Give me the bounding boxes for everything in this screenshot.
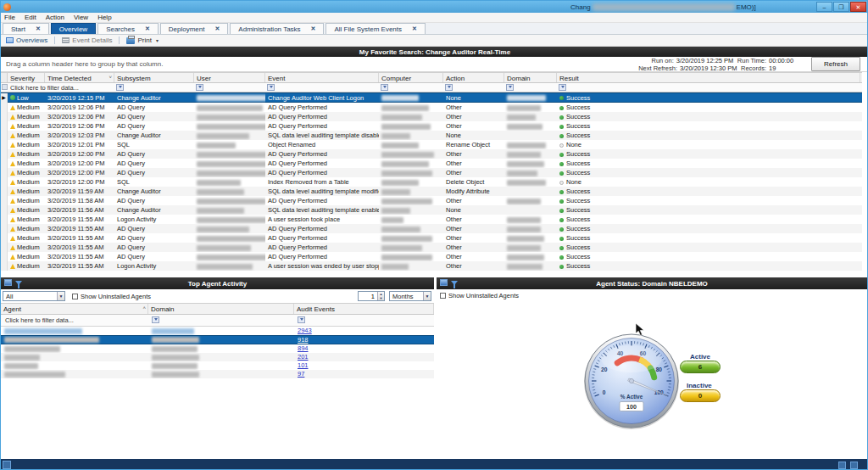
panel-filter-icon[interactable] [15, 281, 22, 285]
event-row[interactable]: Medium3/20/2019 12:00 PMAD QueryAD Query… [1, 149, 862, 159]
filter-funnel-icon[interactable] [152, 316, 159, 323]
event-row[interactable]: Medium3/20/2019 11:55 AMAD QueryAD Query… [1, 233, 862, 243]
event-row[interactable]: Medium3/20/2019 11:55 AMLogon ActivityA … [1, 215, 862, 224]
tab-searches[interactable]: Searches✕ [97, 23, 159, 34]
filter-funnel-icon[interactable] [298, 316, 305, 323]
tab-deployment[interactable]: Deployment✕ [160, 23, 229, 34]
print-dropdown-caret[interactable]: ▾ [156, 37, 159, 43]
event-row[interactable]: Medium3/20/2019 11:55 AMLogon ActivityA … [1, 261, 862, 271]
event-row[interactable]: Medium3/20/2019 12:00 PMSQLIndex Removed… [1, 177, 862, 187]
event-row[interactable]: Medium3/20/2019 12:01 PMSQLObject Rename… [1, 140, 862, 149]
filter-funnel-icon[interactable] [445, 84, 453, 91]
taskbar-tray-icon[interactable] [850, 462, 858, 469]
event-row[interactable]: Medium3/20/2019 12:06 PMAD QueryAD Query… [1, 103, 862, 112]
print-button[interactable]: Print ▾ [126, 36, 158, 44]
agent-row[interactable]: 918 [1, 335, 434, 344]
event-row[interactable]: Medium3/20/2019 12:00 PMAD QueryAD Query… [1, 168, 862, 177]
event-row[interactable]: Medium3/20/2019 11:58 AMAD QueryAD Query… [1, 196, 862, 205]
menu-help[interactable]: Help [97, 14, 111, 21]
tab-administration-tasks[interactable]: Administration Tasks✕ [230, 23, 324, 34]
filter-funnel-icon[interactable] [381, 84, 388, 91]
event-row[interactable]: Medium3/20/2019 11:55 AMAD QueryAD Query… [1, 224, 862, 233]
menu-action[interactable]: Action [46, 14, 64, 21]
row-indicator [1, 112, 8, 121]
panel-window-icon[interactable] [4, 279, 12, 286]
tab-all-file-system-events[interactable]: All File System Events✕ [326, 23, 425, 34]
show-uninstalled-checkbox[interactable] [72, 294, 78, 299]
agent-row[interactable]: 2943 [1, 327, 434, 335]
panel-filter-icon[interactable] [451, 281, 458, 285]
event-row[interactable]: Medium3/20/2019 11:56 AMChange AuditorSQ… [1, 205, 862, 215]
event-row[interactable]: Medium3/20/2019 12:06 PMAD QueryAD Query… [1, 112, 862, 121]
agent-column-header-agent[interactable]: Agent˄ [1, 304, 148, 314]
event-row[interactable]: Medium3/20/2019 11:55 AMAD QueryAD Query… [1, 252, 862, 261]
agent-domain-cell [148, 336, 294, 344]
close-button[interactable]: ✕ [850, 2, 866, 12]
column-header-action[interactable]: Action [443, 73, 504, 82]
event-row[interactable]: ▶Low3/20/2019 12:15 PMChange AuditorChan… [1, 92, 862, 103]
filter-funnel-icon[interactable] [267, 84, 275, 91]
filter-funnel-icon[interactable] [116, 84, 124, 91]
minimize-button[interactable]: – [816, 2, 832, 12]
agent-row[interactable]: 201 [1, 353, 434, 361]
agent-row[interactable]: 97 [1, 370, 434, 378]
audit-events-link[interactable]: 2943 [298, 327, 312, 334]
column-header-time-detected[interactable]: Time Detected˅ [45, 73, 114, 82]
menu-file[interactable]: File [4, 14, 15, 21]
tab-close-icon[interactable]: ✕ [36, 25, 41, 32]
tab-start[interactable]: Start✕ [3, 23, 49, 34]
audit-events-link[interactable]: 101 [298, 361, 309, 369]
agent-column-header-domain[interactable]: Domain [148, 304, 294, 314]
column-header-subsystem[interactable]: Subsystem [114, 73, 194, 82]
severity-medium-icon [10, 264, 15, 269]
event-row[interactable]: Medium3/20/2019 12:06 PMAD QueryAD Query… [1, 121, 862, 131]
tab-close-icon[interactable]: ✕ [145, 25, 150, 32]
column-header-computer[interactable]: Computer [379, 73, 443, 82]
agent-row[interactable]: 894 [1, 344, 434, 353]
column-header-result[interactable]: Result [557, 73, 860, 82]
event-row[interactable]: Medium3/20/2019 12:03 PMChange AuditorSQ… [1, 131, 862, 140]
audit-events-link[interactable]: 918 [298, 336, 309, 344]
severity-cell: Medium [8, 149, 45, 159]
taskbar-start-button[interactable] [3, 461, 11, 469]
event-row[interactable]: Medium3/20/2019 12:00 PMAD QueryAD Query… [1, 159, 862, 168]
success-icon [559, 265, 564, 269]
filter-funnel-icon[interactable] [506, 84, 514, 91]
period-unit-dropdown[interactable]: Months▼ [389, 291, 431, 301]
refresh-button[interactable]: Refresh [811, 57, 860, 71]
menu-view[interactable]: View [74, 14, 88, 21]
period-spinner[interactable]: 1▲▼ [358, 291, 385, 301]
agent-row[interactable]: 101 [1, 361, 434, 370]
sort-desc-icon: ˅ [108, 75, 112, 80]
agent-column-header-audit-events[interactable]: Audit Events [294, 304, 434, 314]
panel-window-icon[interactable] [440, 279, 448, 286]
agent-scope-dropdown[interactable]: All▼ [3, 291, 65, 301]
status-uninstalled-checkbox[interactable] [440, 293, 446, 299]
taskbar-tray-icon[interactable] [838, 462, 846, 469]
agent-filter-row[interactable]: Click here to filter data... [1, 315, 434, 327]
filter-hint[interactable]: Click here to filter data... [10, 84, 79, 92]
events-filter-row[interactable]: Click here to filter data... [1, 83, 862, 92]
inactive-label: Inactive [687, 382, 712, 389]
tab-overview[interactable]: Overview [51, 23, 96, 34]
column-header-severity[interactable]: Severity [8, 73, 45, 82]
audit-events-link[interactable]: 97 [298, 370, 304, 378]
redacted-text [381, 133, 410, 139]
menu-edit[interactable]: Edit [25, 14, 36, 21]
event-row[interactable]: Medium3/20/2019 11:59 AMChange AuditorSQ… [1, 187, 862, 196]
tab-close-icon[interactable]: ✕ [412, 25, 417, 32]
audit-events-link[interactable]: 894 [298, 344, 309, 352]
maximize-button[interactable]: ❒ [833, 2, 849, 12]
event-details-button[interactable]: Event Details [62, 36, 112, 44]
audit-events-link[interactable]: 201 [298, 353, 309, 361]
overviews-button[interactable]: Overviews [6, 36, 47, 44]
filter-funnel-icon[interactable] [559, 84, 566, 91]
filter-funnel-icon[interactable] [196, 84, 203, 91]
event-row[interactable]: Medium3/20/2019 11:55 AMAD QueryAD Query… [1, 243, 862, 252]
tab-close-icon[interactable]: ✕ [311, 25, 316, 32]
column-header-user[interactable]: User [194, 73, 265, 82]
tab-close-icon[interactable]: ✕ [214, 25, 220, 32]
column-header-domain[interactable]: Domain [504, 73, 557, 82]
redacted-text [507, 105, 541, 111]
column-header-event[interactable]: Event [265, 73, 379, 82]
